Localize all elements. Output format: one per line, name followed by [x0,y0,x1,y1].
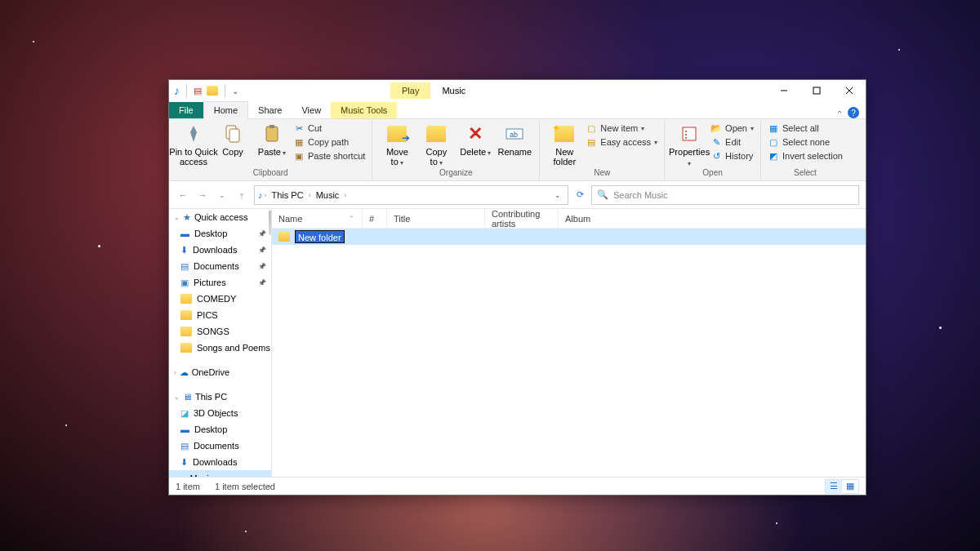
breadcrumb-music[interactable]: Music [313,190,343,200]
chevron-right-icon[interactable]: › [344,191,346,199]
up-button[interactable]: ↑ [234,190,249,200]
title-bar: ♪ ▤ ⌄ Play Music [169,80,866,101]
easy-access-button[interactable]: ▤Easy access [586,136,657,148]
group-select: ▦Select all ▢Select none ◩Invert selecti… [761,119,849,180]
view-toggle: ☰ ▦ [825,479,859,494]
tab-view[interactable]: View [292,102,331,118]
column-artists[interactable]: Contributing artists [484,209,558,228]
file-list[interactable]: New folder [272,229,866,477]
svg-rect-1 [813,87,820,94]
svg-point-13 [685,134,687,136]
ribbon-tabs: File Home Share View Music Tools ⌃ ? [169,101,866,119]
sidebar-item-documents-pc[interactable]: ▤Documents [169,438,271,454]
group-label: Open [671,168,754,177]
maximize-button[interactable] [800,80,833,101]
cut-button[interactable]: ✂Cut [293,122,365,134]
column-name[interactable]: Name⌃ [272,209,362,228]
close-button[interactable] [833,80,866,101]
group-label: Clipboard [176,168,365,177]
tab-file[interactable]: File [169,102,203,118]
sidebar-item-pics[interactable]: PICS [169,307,271,323]
column-title[interactable]: Title [386,209,484,228]
svg-rect-11 [683,127,696,140]
minimize-button[interactable] [768,80,800,101]
paste-shortcut-button[interactable]: ▣Paste shortcut [293,150,365,162]
back-button[interactable]: ← [176,190,190,200]
forward-button[interactable]: → [195,190,210,200]
copy-button[interactable]: Copy [215,122,251,157]
ribbon-collapse-icon[interactable]: ⌃ [836,109,843,118]
sidebar-item-quick-access[interactable]: ⌄★Quick access [169,209,271,225]
sidebar-item-downloads-pc[interactable]: ⬇Downloads [169,454,271,470]
folder-icon[interactable] [207,86,218,96]
refresh-button[interactable]: ⟳ [573,189,586,200]
tab-music-tools[interactable]: Music Tools [331,102,397,118]
delete-button[interactable]: ✕Delete [457,122,493,158]
invert-selection-button[interactable]: ◩Invert selection [768,150,843,162]
group-label: Select [768,168,843,177]
table-row[interactable]: New folder [272,229,866,245]
scrollbar-handle[interactable] [269,211,271,235]
column-headers: Name⌃ # Title Contributing artists Album [272,209,866,229]
sidebar-item-music[interactable]: ♪Music [169,470,271,477]
rename-input[interactable]: New folder [295,230,345,243]
ribbon: Pin to Quick access Copy Paste ✂Cut ▦Cop… [169,119,866,181]
new-folder-button[interactable]: ✦New folder [546,122,582,167]
svg-point-12 [685,131,687,132]
sidebar-item-songs-and-poems[interactable]: Songs and Poems [169,340,271,356]
address-dropdown-icon[interactable]: ⌄ [551,191,564,199]
chevron-right-icon[interactable]: › [265,191,267,199]
recent-dropdown-icon[interactable]: ⌄ [215,191,229,199]
pin-to-quick-access-button[interactable]: Pin to Quick access [176,122,212,167]
column-album[interactable]: Album [558,209,639,228]
sidebar-item-songs[interactable]: SONGS [169,323,271,340]
copy-path-button[interactable]: ▦Copy path [293,136,365,148]
separator [186,84,187,97]
rename-button[interactable]: abRename [497,122,532,157]
sidebar-item-pictures[interactable]: ▣Pictures [169,274,271,291]
column-number[interactable]: # [362,209,386,228]
sidebar-item-desktop-pc[interactable]: ▬Desktop [169,421,271,438]
status-bar: 1 item 1 item selected ☰ ▦ [169,477,866,495]
svg-text:ab: ab [510,131,518,139]
breadcrumb-this-pc[interactable]: This PC [269,190,307,200]
select-all-button[interactable]: ▦Select all [768,122,843,134]
sidebar-item-comedy[interactable]: COMEDY [169,291,271,307]
status-item-count: 1 item [176,482,200,491]
help-icon[interactable]: ? [848,107,859,118]
address-bar[interactable]: ♪ › This PC › Music › ⌄ [254,185,568,205]
music-icon: ♪ [174,84,180,97]
tab-share[interactable]: Share [248,102,292,118]
paste-button[interactable]: Paste [254,122,290,158]
details-view-button[interactable]: ☰ [826,480,842,493]
status-selection-count: 1 item selected [215,482,275,491]
sidebar-item-downloads[interactable]: ⬇Downloads [169,242,271,258]
thumbnails-view-button[interactable]: ▦ [842,480,858,493]
navigation-sidebar[interactable]: ⌄★Quick access ▬Desktop ⬇Downloads ▤Docu… [169,209,272,477]
edit-button[interactable]: ✎Edit [710,136,754,148]
sidebar-item-desktop[interactable]: ▬Desktop [169,225,271,242]
properties-button[interactable]: Properties [671,122,707,168]
document-icon[interactable]: ▤ [194,86,202,96]
chevron-right-icon[interactable]: › [309,191,311,199]
copy-to-button[interactable]: Copy to [418,122,454,167]
sidebar-item-3d-objects[interactable]: ◪3D Objects [169,405,271,421]
svg-rect-8 [270,125,274,128]
select-none-button[interactable]: ▢Select none [768,136,843,148]
sidebar-item-documents[interactable]: ▤Documents [169,258,271,274]
new-item-button[interactable]: ▢New item [586,122,657,134]
search-input[interactable]: 🔍 Search Music [591,185,859,205]
sidebar-item-onedrive[interactable]: ›☁OneDrive [169,364,271,380]
svg-rect-7 [266,127,278,141]
tab-home[interactable]: Home [203,101,248,119]
history-button[interactable]: ↺History [710,150,754,162]
qat-dropdown-icon[interactable]: ⌄ [232,87,238,96]
group-new: ✦New folder ▢New item ▤Easy access New [540,119,665,180]
separator [225,84,225,97]
search-placeholder: Search Music [613,190,668,200]
sidebar-item-this-pc[interactable]: ⌄🖥This PC [169,389,271,405]
move-to-button[interactable]: ➜Move to [379,122,415,167]
svg-marker-4 [190,126,197,142]
open-button[interactable]: 📂Open [710,122,754,134]
group-open: Properties 📂Open ✎Edit ↺History Open [665,119,761,180]
